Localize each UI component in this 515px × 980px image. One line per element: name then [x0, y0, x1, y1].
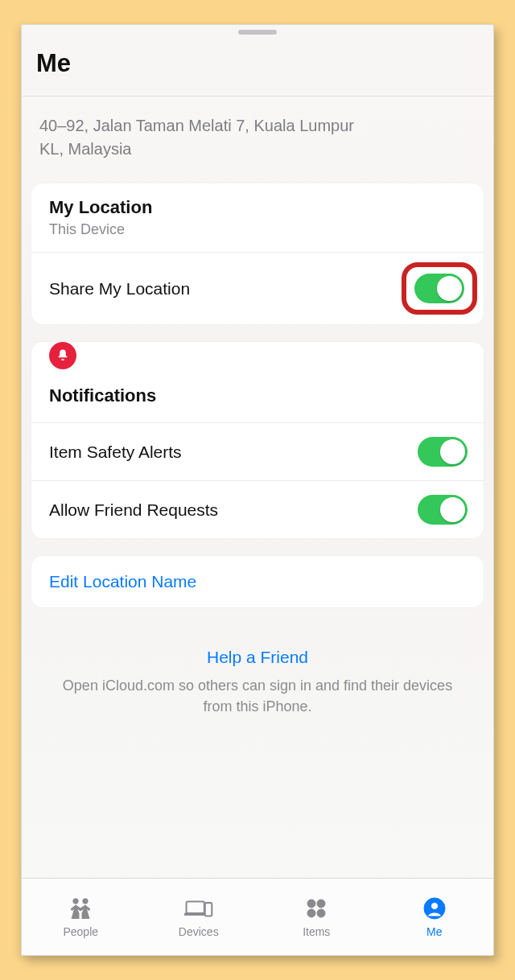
- svg-rect-3: [184, 913, 206, 916]
- friend-requests-label: Allow Friend Requests: [49, 500, 218, 520]
- friend-requests-row: Allow Friend Requests: [31, 480, 484, 538]
- notifications-title: Notifications: [31, 369, 484, 423]
- highlight-box: [402, 262, 477, 315]
- toggle-knob: [440, 439, 465, 464]
- edit-location-name-button[interactable]: Edit Location Name: [31, 556, 484, 607]
- tab-me[interactable]: Me: [376, 879, 494, 955]
- svg-point-1: [83, 898, 88, 903]
- share-location-toggle[interactable]: [414, 274, 464, 303]
- share-location-label: Share My Location: [49, 279, 190, 299]
- me-icon: [420, 896, 449, 920]
- svg-rect-2: [186, 901, 204, 913]
- notifications-card: Notifications Item Safety Alerts Allow F…: [31, 342, 484, 538]
- toggle-knob: [440, 497, 465, 522]
- edit-location-card: Edit Location Name: [31, 556, 484, 607]
- location-card: My Location This Device Share My Locatio…: [31, 183, 484, 324]
- help-a-friend-link[interactable]: Help a Friend: [52, 648, 463, 667]
- svg-point-5: [307, 900, 315, 908]
- tab-items[interactable]: Items: [258, 879, 376, 955]
- address-line1: 40–92, Jalan Taman Melati 7, Kuala Lumpu…: [39, 114, 476, 138]
- svg-rect-4: [204, 903, 212, 916]
- svg-point-8: [317, 909, 325, 917]
- svg-point-7: [307, 909, 315, 917]
- me-settings-sheet: Me 40–92, Jalan Taman Melati 7, Kuala Lu…: [21, 24, 494, 956]
- people-icon: [66, 896, 95, 920]
- content-scroll[interactable]: 40–92, Jalan Taman Melati 7, Kuala Lumpu…: [22, 97, 493, 878]
- item-safety-row: Item Safety Alerts: [31, 423, 484, 480]
- sheet-grabber[interactable]: [238, 30, 277, 35]
- share-location-row: Share My Location: [31, 252, 484, 324]
- tab-label: Me: [426, 925, 442, 938]
- svg-point-0: [73, 898, 78, 903]
- help-subtext: Open iCloud.com so others can sign in an…: [52, 675, 463, 717]
- devices-icon: [184, 896, 213, 920]
- bell-icon: [49, 342, 76, 369]
- item-safety-label: Item Safety Alerts: [49, 443, 182, 462]
- toggle-knob: [437, 276, 462, 301]
- tab-label: Devices: [179, 925, 219, 938]
- my-location-sub: This Device: [49, 220, 152, 238]
- svg-point-6: [317, 900, 325, 908]
- my-location-title: My Location: [49, 197, 152, 220]
- header: Me: [22, 38, 493, 97]
- item-safety-toggle[interactable]: [418, 437, 468, 467]
- tab-label: People: [63, 925, 98, 938]
- items-icon: [302, 896, 331, 920]
- help-block: Help a Friend Open iCloud.com so others …: [28, 648, 487, 717]
- tab-devices[interactable]: Devices: [140, 879, 258, 955]
- my-location-row[interactable]: My Location This Device: [31, 183, 484, 252]
- friend-requests-toggle[interactable]: [418, 495, 468, 525]
- current-address: 40–92, Jalan Taman Melati 7, Kuala Lumpu…: [28, 97, 487, 166]
- tab-bar: People Devices: [22, 878, 493, 955]
- page-title: Me: [36, 49, 479, 78]
- tab-people[interactable]: People: [22, 879, 140, 955]
- tab-label: Items: [303, 925, 330, 938]
- svg-point-10: [431, 902, 438, 909]
- address-line2: KL, Malaysia: [39, 138, 476, 161]
